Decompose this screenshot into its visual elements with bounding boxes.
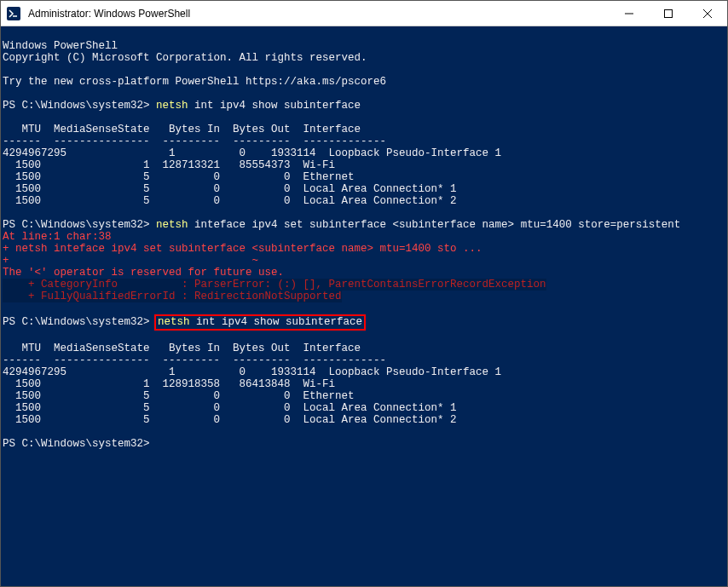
table-row: 1500 5 0 0 Local Area Connection* 2 <box>3 195 457 207</box>
titlebar[interactable]: Administrator: Windows PowerShell <box>1 1 727 26</box>
command-args: inteface ipv4 set subinterface <subinter… <box>188 219 681 231</box>
error-detail-line: + CategoryInfo : ParserError: (:) [], Pa… <box>3 279 546 291</box>
prompt: PS C:\Windows\system32> <box>3 438 150 450</box>
prompt: PS C:\Windows\system32> <box>3 100 150 112</box>
close-icon <box>703 9 712 18</box>
table-row: 1500 5 0 0 Ethernet <box>3 171 355 183</box>
table-header: MTU MediaSenseState Bytes In Bytes Out I… <box>3 124 361 135</box>
error-line: At line:1 char:38 <box>3 231 112 243</box>
svg-rect-2 <box>665 10 673 18</box>
command-token: netsh <box>156 219 188 231</box>
command-token: netsh <box>158 316 190 328</box>
close-button[interactable] <box>688 1 727 26</box>
table-header: MTU MediaSenseState Bytes In Bytes Out I… <box>3 342 361 354</box>
error-line: + netsh inteface ipv4 set subinterface <… <box>3 243 482 255</box>
command-token: netsh <box>156 100 188 112</box>
app-icon <box>1 1 26 26</box>
table-divider: ------ --------------- --------- -------… <box>3 135 386 147</box>
table-row: 1500 5 0 0 Ethernet <box>3 390 355 402</box>
table-row: 1500 5 0 0 Local Area Connection* 1 <box>3 402 457 414</box>
banner-line: Windows PowerShell <box>3 40 118 52</box>
table-divider: ------ --------------- --------- -------… <box>3 354 386 366</box>
prompt-line: PS C:\Windows\system32> <box>3 438 150 450</box>
window-title: Administrator: Windows PowerShell <box>26 8 610 20</box>
minimize-icon <box>625 9 633 18</box>
table-row: 1500 5 0 0 Local Area Connection* 2 <box>3 414 457 426</box>
table-row: 4294967295 1 0 1933114 Loopback Pseudo-I… <box>3 147 501 159</box>
command-args: int ipv4 show subinterface <box>188 100 361 112</box>
maximize-button[interactable] <box>649 1 688 26</box>
highlighted-command: netsh int ipv4 show subinterface <box>154 314 366 331</box>
banner-line: Copyright (C) Microsoft Corporation. All… <box>3 52 367 64</box>
prompt: PS C:\Windows\system32> <box>3 219 150 231</box>
maximize-icon <box>664 9 673 18</box>
error-line: + ~ <box>3 255 258 267</box>
command-args: int ipv4 show subinterface <box>190 316 363 328</box>
banner-line: Try the new cross-platform PowerShell ht… <box>3 76 386 88</box>
window-controls <box>610 1 727 26</box>
command-line: PS C:\Windows\system32> netsh inteface i… <box>3 219 680 231</box>
table-row: 1500 1 128918358 86413848 Wi-Fi <box>3 378 335 390</box>
terminal-output[interactable]: Windows PowerShell Copyright (C) Microso… <box>1 26 727 586</box>
table-row: 1500 1 128713321 85554373 Wi-Fi <box>3 159 335 171</box>
minimize-button[interactable] <box>610 1 649 26</box>
error-detail-line: + FullyQualifiedErrorId : RedirectionNot… <box>3 291 342 302</box>
table-row: 1500 5 0 0 Local Area Connection* 1 <box>3 183 457 195</box>
powershell-window: Administrator: Windows PowerShell Window… <box>0 0 728 587</box>
error-line: The '<' operator is reserved for future … <box>3 267 284 279</box>
prompt: PS C:\Windows\system32> <box>3 316 150 328</box>
table-row: 4294967295 1 0 1933114 Loopback Pseudo-I… <box>3 366 501 378</box>
command-line: PS C:\Windows\system32> netsh int ipv4 s… <box>3 316 364 328</box>
command-line: PS C:\Windows\system32> netsh int ipv4 s… <box>3 100 361 112</box>
